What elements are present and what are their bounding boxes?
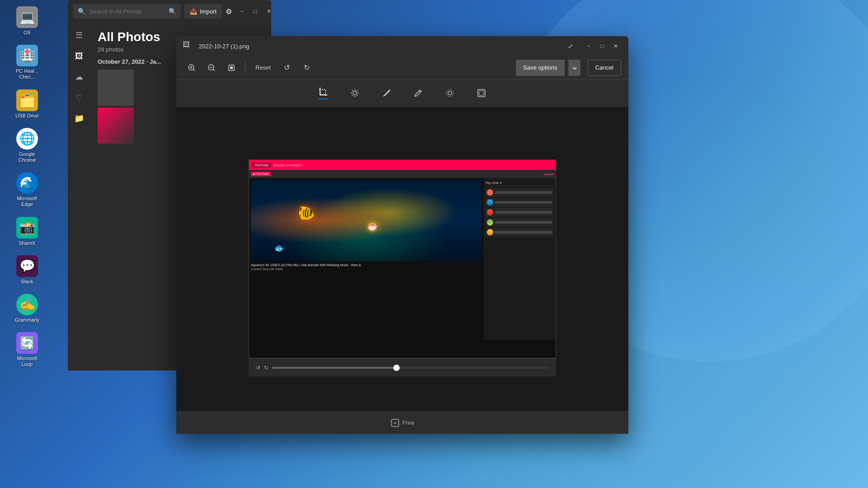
- os-label: OS: [24, 30, 31, 36]
- save-options-button[interactable]: Save options: [516, 60, 564, 76]
- chat-item-3: [485, 208, 554, 217]
- cancel-button[interactable]: Cancel: [588, 60, 621, 76]
- search-submit-icon: 🔍: [169, 8, 176, 15]
- timeline-forward-icon: ↻: [264, 365, 269, 371]
- editor-maximize-button[interactable]: □: [596, 40, 609, 52]
- redo-button[interactable]: ↻: [299, 60, 315, 76]
- chat-avatar-3: [487, 209, 493, 216]
- fit-window-button[interactable]: [223, 60, 240, 76]
- svg-rect-8: [230, 66, 233, 69]
- editor-window-controls: − □ ✕: [582, 40, 622, 52]
- crop-tool[interactable]: [313, 84, 334, 102]
- editor-expand-button[interactable]: ⤢: [564, 40, 577, 52]
- loop-icon: 🔄: [16, 332, 38, 354]
- timeline-thumb[interactable]: [393, 365, 400, 371]
- desktop-icon-os[interactable]: 💻 OS: [9, 5, 45, 38]
- photos-search-input[interactable]: [89, 8, 165, 15]
- youtube-logo: ▶ YouTube: [251, 172, 271, 176]
- desktop-icon-slack[interactable]: 💬 Slack: [9, 253, 45, 286]
- browser-nav-bar: ▶ YouTube Search: [249, 170, 556, 178]
- sidebar-folder-button[interactable]: 📁: [71, 110, 87, 127]
- usb-icon: 🗂️: [16, 89, 38, 111]
- editor-canvas-area: YouTube youtube.com/watch?... ▶ YouTube …: [176, 107, 628, 411]
- svg-point-9: [353, 91, 357, 95]
- timeline-back-icon: ↺: [256, 365, 260, 371]
- photos-titlebar: 🔍 🔍 📥 Import ⚙ − □ ✕: [68, 0, 271, 23]
- desktop-icon-sharex[interactable]: 📸 ShareX: [9, 215, 45, 248]
- desktop-icon-pchealth[interactable]: 🏥 PC Heal...Chec...: [9, 43, 45, 82]
- image-preview-container: YouTube youtube.com/watch?... ▶ YouTube …: [249, 160, 556, 358]
- editor-close-button[interactable]: ✕: [609, 40, 622, 52]
- sharex-icon: 📸: [16, 217, 38, 239]
- browser-url: youtube.com/watch?...: [273, 164, 305, 167]
- svg-line-15: [357, 95, 358, 96]
- svg-rect-23: [479, 91, 484, 95]
- sidebar-menu-button[interactable]: ☰: [71, 27, 87, 43]
- zoom-out-button[interactable]: [203, 60, 220, 76]
- desktop-icon-usb[interactable]: 🗂️ USB Drive: [9, 88, 45, 121]
- slack-label: Slack: [21, 279, 33, 285]
- desktop-icon-loop[interactable]: 🔄 Microsoft Loop: [9, 330, 45, 369]
- zoom-out-icon: [208, 64, 216, 72]
- fish-icon-2: 🐡: [366, 221, 380, 233]
- toolbar-divider: [245, 61, 245, 74]
- youtube-screenshot-content: YouTube youtube.com/watch?... ▶ YouTube …: [249, 160, 556, 358]
- import-button[interactable]: 📥 Import: [184, 4, 222, 19]
- chevron-down-icon: [572, 67, 577, 70]
- usb-label: USB Drive: [15, 113, 38, 119]
- zoom-in-icon: [188, 64, 196, 72]
- save-options-chevron-button[interactable]: [568, 60, 580, 76]
- timeline-markers[interactable]: [272, 367, 549, 369]
- yt-chat-panel: Top chat ∨: [483, 178, 556, 340]
- timeline-strip: ↺ ↻: [249, 358, 556, 376]
- chat-text-5: [495, 231, 552, 234]
- os-icon: 💻: [16, 6, 38, 28]
- photos-maximize-button[interactable]: □: [249, 5, 262, 18]
- yt-chat-label: Top chat ∨: [485, 180, 554, 186]
- fish-icon-1: 🐠: [297, 204, 315, 221]
- markup-tool[interactable]: [376, 85, 397, 101]
- chat-item-4: [485, 218, 554, 227]
- fit-icon: [227, 64, 236, 72]
- yt-video-info: Aquarium 4K VIDEO (ULTRA HD) • Sea Anima…: [251, 261, 481, 273]
- editor-minimize-button[interactable]: −: [582, 40, 595, 52]
- effects-tool[interactable]: [439, 85, 460, 101]
- browser-tab-bar: YouTube youtube.com/watch?...: [249, 160, 556, 170]
- grammarly-icon: ✍️: [16, 294, 38, 315]
- browser-tab: YouTube: [252, 163, 271, 168]
- desktop-icon-chrome[interactable]: 🌐 Google Chrome: [9, 126, 45, 165]
- chat-avatar-1: [487, 189, 493, 196]
- photos-search-bar[interactable]: 🔍 🔍: [73, 4, 181, 19]
- draw-tool[interactable]: [408, 85, 429, 101]
- chat-item-5: [485, 228, 554, 237]
- yt-left-panel: 🐠 🐡 🐟 Aquarium 4K VIDEO (ULTRA HD) • Sea…: [249, 178, 483, 340]
- sidebar-photos-button[interactable]: 🖼: [71, 48, 87, 64]
- svg-line-1: [193, 69, 195, 71]
- desktop-icon-grammarly[interactable]: ✍️ Grammarly: [9, 292, 45, 325]
- editor-toolbar: Reset ↺ ↻ Save options Cancel: [176, 56, 628, 80]
- desktop-icon-edge[interactable]: 🌊 Microsoft Edge: [9, 170, 45, 209]
- chat-text-3: [495, 211, 552, 214]
- yt-video-subtitle: Colorful Sea Life Video: [251, 267, 481, 271]
- chat-avatar-2: [487, 199, 493, 206]
- zoom-in-button[interactable]: [184, 60, 200, 76]
- undo-button[interactable]: ↺: [279, 60, 295, 76]
- chat-avatar-5: [487, 229, 493, 235]
- frames-tool[interactable]: [471, 85, 492, 101]
- photos-close-button[interactable]: ✕: [263, 5, 275, 18]
- photos-minimize-button[interactable]: −: [236, 5, 248, 18]
- adjust-tool[interactable]: [344, 85, 365, 101]
- sidebar-cloud-button[interactable]: ☁: [71, 69, 87, 85]
- editor-photo-icon: 🖼: [183, 41, 193, 52]
- free-text: Free: [402, 419, 415, 426]
- svg-line-16: [357, 90, 358, 91]
- sidebar-heart-button[interactable]: ♡: [71, 89, 87, 106]
- photos-window-controls: − □ ✕: [236, 5, 275, 18]
- desktop-icons-container: 💻 OS 🏥 PC Heal...Chec... 🗂️ USB Drive 🌐 …: [9, 5, 45, 369]
- photo-thumb-3[interactable]: [98, 108, 134, 144]
- photo-thumb-1[interactable]: [98, 70, 134, 106]
- reset-button[interactable]: Reset: [251, 62, 275, 73]
- free-icon: [391, 418, 400, 427]
- settings-button[interactable]: ⚙: [226, 4, 232, 19]
- photos-search-icon: 🔍: [78, 8, 85, 15]
